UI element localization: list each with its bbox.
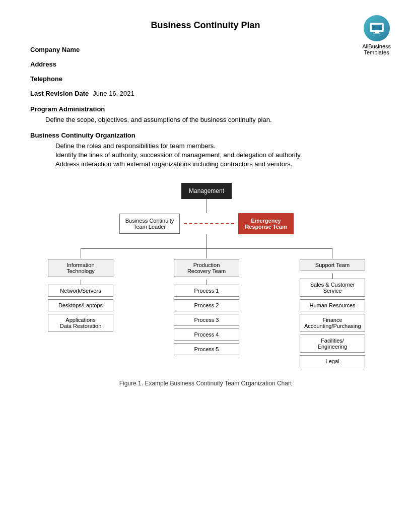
telephone-label: Telephone (30, 75, 62, 83)
desktops-laptops-box: Desktops/Laptops (48, 299, 113, 311)
columns-section: InformationTechnology Network/Servers De… (40, 259, 373, 370)
management-box: Management (181, 183, 232, 199)
program-admin-bullet: Define the scope, objectives, and assump… (45, 116, 381, 123)
facilities-box: Facilities/Engineering (300, 335, 365, 353)
revision-field: Last Revision Date June 16, 2021 (30, 90, 381, 97)
bco-line1: Define the roles and responsibilities fo… (55, 142, 381, 150)
process4-box: Process 4 (174, 328, 239, 341)
program-admin-title: Program Administration (30, 105, 381, 113)
dashed-connector (184, 223, 234, 224)
vert-connector-2 (207, 234, 207, 248)
applications-data-box: ApplicationsData Restoration (48, 314, 113, 332)
col2-vert (207, 280, 207, 285)
process1-box: Process 1 (174, 285, 239, 297)
drop-right (332, 248, 332, 258)
process3-box: Process 3 (174, 314, 239, 326)
drop-center (207, 248, 207, 258)
finance-box: FinanceAccounting/Purchasing (300, 314, 365, 332)
bco-line2: Identify the lines of authority, success… (55, 151, 381, 159)
process5-box: Process 5 (174, 343, 239, 355)
address-label: Address (30, 60, 56, 68)
vert-connector-1 (207, 199, 207, 213)
h-bar (40, 248, 373, 249)
company-label: Company Name (30, 46, 80, 53)
col3-vert (332, 274, 333, 279)
team-leader-row: Business ContinuityTeam Leader Emergency… (30, 213, 383, 234)
address-field: Address (30, 60, 381, 68)
network-servers-box: Network/Servers (48, 285, 113, 297)
col-info-tech: InformationTechnology Network/Servers De… (40, 259, 121, 335)
col-support: Support Team Sales & CustomerService Hum… (292, 259, 373, 370)
human-resources-box: Human Resources (300, 299, 365, 311)
bco-title: Business Continuity Organization (30, 131, 381, 139)
legal-box: Legal (300, 355, 365, 367)
info-tech-header: InformationTechnology (48, 259, 113, 277)
company-name-field: Company Name (30, 46, 381, 53)
support-team-header: Support Team (300, 259, 365, 271)
page-title: Business Continuity Plan (30, 20, 381, 31)
emergency-response-box: EmergencyResponse Team (238, 213, 294, 234)
brand-line2: Templates (364, 49, 389, 55)
svg-rect-4 (373, 33, 380, 34)
chart-caption: Figure 1. Example Business Continuity Te… (119, 380, 292, 387)
org-chart: Management Business ContinuityTeam Leade… (30, 183, 381, 387)
process2-box: Process 2 (174, 299, 239, 311)
revision-value: June 16, 2021 (93, 90, 134, 97)
team-leader-box: Business ContinuityTeam Leader (119, 214, 180, 234)
col-production: ProductionRecovery Team Process 1 Proces… (166, 259, 247, 358)
bco-line3: Address interaction with external organi… (55, 160, 381, 168)
svg-rect-2 (372, 25, 382, 30)
revision-label: Last Revision Date (30, 90, 89, 97)
management-level: Management (30, 183, 383, 199)
logo-icon (364, 15, 390, 41)
telephone-field: Telephone (30, 75, 381, 83)
brand-name: AllBusiness (362, 43, 391, 49)
col1-vert (81, 280, 81, 285)
logo-area: AllBusiness Templates (362, 15, 391, 55)
sales-customer-box: Sales & CustomerService (300, 279, 365, 297)
drop-left (81, 248, 81, 258)
production-recovery-header: ProductionRecovery Team (174, 259, 239, 277)
